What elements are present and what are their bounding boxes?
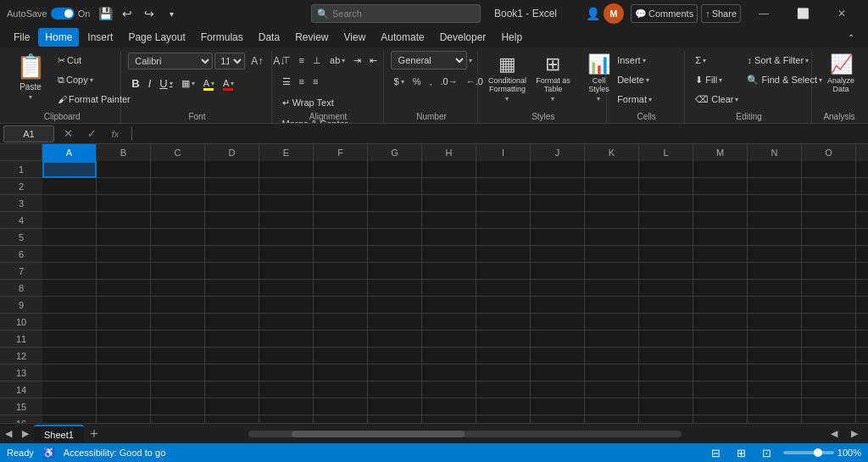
- format-as-table-button[interactable]: ⊞ Format asTable ▾: [531, 51, 575, 106]
- insert-button[interactable]: Insert ▾: [614, 51, 655, 70]
- font-color-button[interactable]: A▾: [220, 74, 237, 92]
- menu-developer[interactable]: Developer: [433, 28, 493, 47]
- conditional-formatting-button[interactable]: ▦ ConditionalFormatting ▾: [485, 51, 529, 106]
- add-sheet-button[interactable]: ＋: [84, 424, 104, 444]
- align-bottom-button[interactable]: ⊥: [309, 51, 325, 70]
- search-bar[interactable]: 🔍 Search: [311, 4, 481, 23]
- cell-n2[interactable]: [748, 178, 802, 195]
- minimize-button[interactable]: —: [744, 0, 783, 27]
- close-button[interactable]: ✕: [822, 0, 861, 27]
- comments-button[interactable]: 💬 Comments: [631, 4, 698, 23]
- scroll-right-button[interactable]: ▶: [846, 424, 863, 444]
- page-break-view-button[interactable]: ⊡: [758, 446, 776, 459]
- increase-decimal-button[interactable]: .0→: [437, 72, 461, 91]
- row-header-9[interactable]: 9: [0, 297, 42, 314]
- increase-font-button[interactable]: A↑: [247, 51, 267, 71]
- avatar[interactable]: M: [604, 3, 624, 24]
- col-header-o[interactable]: O: [802, 144, 856, 161]
- cell-a1[interactable]: [42, 161, 97, 178]
- menu-automate[interactable]: Automate: [374, 28, 431, 47]
- cell-a3[interactable]: [42, 195, 97, 212]
- cell-m1[interactable]: [693, 161, 748, 178]
- cell-b1[interactable]: [97, 161, 151, 178]
- orientation-button[interactable]: ab▾: [326, 51, 348, 70]
- cell-e2[interactable]: [259, 178, 314, 195]
- cut-button[interactable]: ✂ Cut: [54, 51, 134, 70]
- menu-data[interactable]: Data: [252, 28, 287, 47]
- cell-p2[interactable]: [856, 178, 868, 195]
- col-header-e[interactable]: E: [259, 144, 314, 161]
- border-button[interactable]: ▦▾: [178, 74, 198, 92]
- row-header-10[interactable]: 10: [0, 314, 42, 331]
- zoom-slider[interactable]: [783, 451, 834, 454]
- normal-view-button[interactable]: ⊟: [707, 446, 726, 459]
- fill-color-button[interactable]: A▾: [200, 74, 218, 92]
- cell-d1[interactable]: [205, 161, 259, 178]
- cell-a2[interactable]: [42, 178, 97, 195]
- customize-button[interactable]: ▾: [161, 3, 181, 24]
- share-button[interactable]: ↑ Share: [701, 4, 741, 23]
- format-painter-button[interactable]: 🖌 Format Painter: [54, 90, 134, 109]
- underline-button[interactable]: U▾: [156, 74, 175, 92]
- format-button[interactable]: Format ▾: [614, 90, 655, 109]
- cell-c1[interactable]: [151, 161, 205, 178]
- row-header-14[interactable]: 14: [0, 381, 42, 398]
- cell-reference-input[interactable]: [3, 125, 54, 142]
- row-header-2[interactable]: 2: [0, 178, 42, 195]
- cell-g2[interactable]: [368, 178, 422, 195]
- col-header-m[interactable]: M: [693, 144, 748, 161]
- cell-g1[interactable]: [368, 161, 422, 178]
- percent-button[interactable]: %: [409, 72, 425, 91]
- user-area[interactable]: 👤 M: [586, 3, 624, 24]
- italic-button[interactable]: I: [145, 74, 155, 92]
- cell-k1[interactable]: [585, 161, 639, 178]
- wrap-text-button[interactable]: ↵ Wrap Text: [279, 93, 337, 112]
- col-header-a[interactable]: A: [42, 144, 97, 161]
- menu-page-layout[interactable]: Page Layout: [121, 28, 192, 47]
- row-header-13[interactable]: 13: [0, 365, 42, 381]
- autosum-button[interactable]: Σ ▾: [692, 51, 742, 70]
- row-header-11[interactable]: 11: [0, 331, 42, 348]
- cell-k2[interactable]: [585, 178, 639, 195]
- col-header-h[interactable]: H: [422, 144, 476, 161]
- outdent-button[interactable]: ⇤: [366, 51, 381, 70]
- menu-file[interactable]: File: [7, 28, 36, 47]
- menu-insert[interactable]: Insert: [81, 28, 120, 47]
- cell-l1[interactable]: [639, 161, 693, 178]
- cell-h2[interactable]: [422, 178, 476, 195]
- cell-e1[interactable]: [259, 161, 314, 178]
- cell-l2[interactable]: [639, 178, 693, 195]
- cell-d2[interactable]: [205, 178, 259, 195]
- col-header-l[interactable]: L: [639, 144, 693, 161]
- paste-button[interactable]: 📋 Paste ▾: [8, 51, 53, 104]
- fill-button[interactable]: ⬇ Fill ▾: [692, 70, 742, 89]
- row-header-3[interactable]: 3: [0, 195, 42, 212]
- align-right-button[interactable]: ≡: [309, 72, 321, 91]
- row-header-16[interactable]: 16: [0, 415, 42, 423]
- scroll-thumb[interactable]: [292, 431, 465, 437]
- col-header-j[interactable]: J: [531, 144, 585, 161]
- row-header-5[interactable]: 5: [0, 229, 42, 246]
- formula-cancel-button[interactable]: ✕: [58, 124, 78, 144]
- cell-b2[interactable]: [97, 178, 151, 195]
- scroll-left-button[interactable]: ◀: [826, 424, 843, 444]
- sheet-prev-button[interactable]: ◀: [0, 424, 17, 444]
- autosave-toggle[interactable]: AutoSave On: [7, 8, 90, 19]
- indent-button[interactable]: ⇥: [350, 51, 364, 70]
- insert-function-button[interactable]: fx: [105, 124, 125, 144]
- formula-input[interactable]: [138, 125, 865, 142]
- col-header-p[interactable]: P: [856, 144, 868, 161]
- cell-h1[interactable]: [422, 161, 476, 178]
- col-header-k[interactable]: K: [585, 144, 639, 161]
- cell-f1[interactable]: [314, 161, 368, 178]
- ribbon-collapse-icon[interactable]: ⌃: [841, 27, 861, 47]
- cell-j1[interactable]: [531, 161, 585, 178]
- row-header-15[interactable]: 15: [0, 398, 42, 415]
- horizontal-scroll-bar[interactable]: [104, 431, 826, 437]
- align-top-button[interactable]: ⊤: [279, 51, 294, 70]
- row-header-1[interactable]: 1: [0, 161, 42, 178]
- col-header-f[interactable]: F: [314, 144, 368, 161]
- undo-button[interactable]: ↩: [117, 3, 137, 24]
- col-header-g[interactable]: G: [368, 144, 422, 161]
- cell-i1[interactable]: [476, 161, 531, 178]
